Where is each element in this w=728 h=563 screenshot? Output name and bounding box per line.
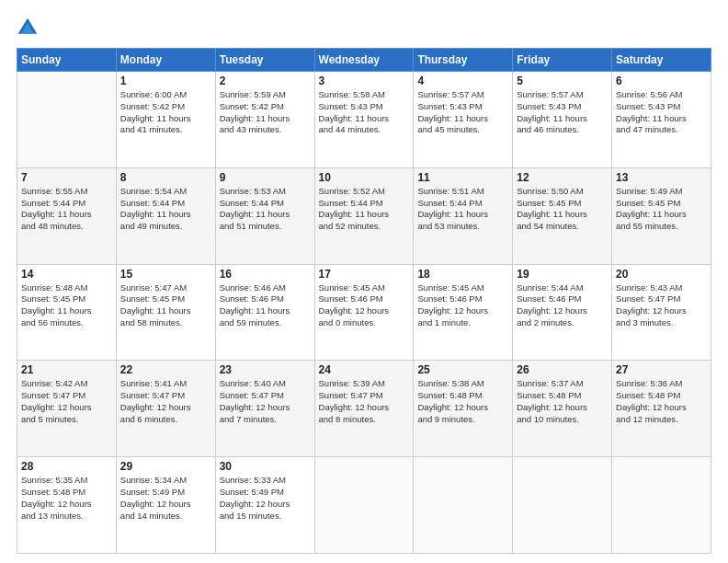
- calendar-cell: [414, 457, 513, 554]
- col-header-thursday: Thursday: [414, 49, 513, 72]
- day-number: 10: [319, 171, 410, 184]
- day-info: Sunrise: 5:43 AMSunset: 5:47 PMDaylight:…: [616, 282, 707, 329]
- day-info: Sunrise: 5:53 AMSunset: 5:44 PMDaylight:…: [220, 186, 311, 233]
- col-header-saturday: Saturday: [612, 49, 711, 72]
- day-number: 11: [417, 171, 508, 184]
- calendar-cell: 1Sunrise: 6:00 AMSunset: 5:42 PMDaylight…: [116, 72, 215, 168]
- calendar-cell: 20Sunrise: 5:43 AMSunset: 5:47 PMDayligh…: [612, 264, 711, 361]
- day-number: 28: [21, 460, 112, 473]
- calendar-cell: 14Sunrise: 5:48 AMSunset: 5:45 PMDayligh…: [17, 264, 117, 361]
- day-info: Sunrise: 5:41 AMSunset: 5:47 PMDaylight:…: [120, 378, 211, 425]
- day-number: 30: [220, 460, 311, 473]
- calendar-cell: 13Sunrise: 5:49 AMSunset: 5:45 PMDayligh…: [612, 167, 711, 264]
- day-number: 17: [319, 268, 410, 281]
- header: [17, 17, 711, 39]
- day-number: 9: [220, 171, 311, 184]
- day-info: Sunrise: 5:51 AMSunset: 5:44 PMDaylight:…: [417, 186, 508, 233]
- day-number: 23: [220, 363, 311, 376]
- calendar-cell: 16Sunrise: 5:46 AMSunset: 5:46 PMDayligh…: [215, 264, 314, 361]
- calendar-cell: 15Sunrise: 5:47 AMSunset: 5:45 PMDayligh…: [116, 264, 215, 361]
- col-header-sunday: Sunday: [17, 49, 117, 72]
- calendar-cell: 5Sunrise: 5:57 AMSunset: 5:43 PMDaylight…: [513, 72, 612, 168]
- day-info: Sunrise: 5:44 AMSunset: 5:46 PMDaylight:…: [517, 282, 608, 329]
- day-number: 12: [517, 171, 608, 184]
- calendar-week-row: 28Sunrise: 5:35 AMSunset: 5:48 PMDayligh…: [17, 457, 711, 554]
- day-info: Sunrise: 5:54 AMSunset: 5:44 PMDaylight:…: [120, 186, 211, 233]
- day-number: 26: [517, 363, 608, 376]
- day-info: Sunrise: 5:56 AMSunset: 5:43 PMDaylight:…: [616, 89, 707, 136]
- calendar-table: SundayMondayTuesdayWednesdayThursdayFrid…: [17, 48, 711, 554]
- day-info: Sunrise: 5:55 AMSunset: 5:44 PMDaylight:…: [21, 186, 112, 233]
- calendar-cell: 2Sunrise: 5:59 AMSunset: 5:42 PMDaylight…: [215, 72, 314, 168]
- day-number: 19: [517, 268, 608, 281]
- day-number: 2: [220, 75, 311, 87]
- calendar-cell: 29Sunrise: 5:34 AMSunset: 5:49 PMDayligh…: [116, 457, 215, 554]
- day-number: 18: [417, 268, 508, 281]
- day-info: Sunrise: 5:45 AMSunset: 5:46 PMDaylight:…: [417, 282, 508, 329]
- day-number: 7: [21, 171, 112, 184]
- calendar-cell: [612, 457, 711, 554]
- day-number: 3: [319, 75, 410, 87]
- calendar-cell: 21Sunrise: 5:42 AMSunset: 5:47 PMDayligh…: [17, 361, 117, 457]
- day-info: Sunrise: 5:59 AMSunset: 5:42 PMDaylight:…: [220, 89, 311, 136]
- day-number: 24: [319, 363, 410, 376]
- calendar-cell: 12Sunrise: 5:50 AMSunset: 5:45 PMDayligh…: [513, 167, 612, 264]
- calendar-week-row: 1Sunrise: 6:00 AMSunset: 5:42 PMDaylight…: [17, 72, 711, 168]
- day-info: Sunrise: 5:49 AMSunset: 5:45 PMDaylight:…: [616, 186, 707, 233]
- day-info: Sunrise: 5:46 AMSunset: 5:46 PMDaylight:…: [220, 282, 311, 329]
- calendar-cell: [17, 72, 117, 168]
- calendar-week-row: 7Sunrise: 5:55 AMSunset: 5:44 PMDaylight…: [17, 167, 711, 264]
- day-number: 20: [616, 268, 707, 281]
- calendar-cell: 10Sunrise: 5:52 AMSunset: 5:44 PMDayligh…: [314, 167, 414, 264]
- calendar-cell: 22Sunrise: 5:41 AMSunset: 5:47 PMDayligh…: [116, 361, 215, 457]
- day-number: 1: [120, 75, 211, 87]
- day-info: Sunrise: 5:39 AMSunset: 5:47 PMDaylight:…: [319, 378, 410, 425]
- day-info: Sunrise: 5:34 AMSunset: 5:49 PMDaylight:…: [120, 475, 211, 522]
- calendar-cell: 27Sunrise: 5:36 AMSunset: 5:48 PMDayligh…: [612, 361, 711, 457]
- day-info: Sunrise: 5:33 AMSunset: 5:49 PMDaylight:…: [220, 475, 311, 522]
- calendar-header-row: SundayMondayTuesdayWednesdayThursdayFrid…: [17, 49, 711, 72]
- day-number: 5: [517, 75, 608, 87]
- day-number: 22: [120, 363, 211, 376]
- day-info: Sunrise: 5:57 AMSunset: 5:43 PMDaylight:…: [517, 89, 608, 136]
- col-header-wednesday: Wednesday: [314, 49, 414, 72]
- calendar-cell: [513, 457, 612, 554]
- col-header-monday: Monday: [116, 49, 215, 72]
- calendar-cell: 9Sunrise: 5:53 AMSunset: 5:44 PMDaylight…: [215, 167, 314, 264]
- day-info: Sunrise: 5:57 AMSunset: 5:43 PMDaylight:…: [417, 89, 508, 136]
- day-info: Sunrise: 5:40 AMSunset: 5:47 PMDaylight:…: [220, 378, 311, 425]
- day-number: 8: [120, 171, 211, 184]
- calendar-cell: 26Sunrise: 5:37 AMSunset: 5:48 PMDayligh…: [513, 361, 612, 457]
- calendar-cell: 4Sunrise: 5:57 AMSunset: 5:43 PMDaylight…: [414, 72, 513, 168]
- col-header-tuesday: Tuesday: [215, 49, 314, 72]
- day-number: 4: [417, 75, 508, 87]
- logo-icon: [17, 17, 39, 39]
- calendar-cell: 25Sunrise: 5:38 AMSunset: 5:48 PMDayligh…: [414, 361, 513, 457]
- day-info: Sunrise: 5:50 AMSunset: 5:45 PMDaylight:…: [517, 186, 608, 233]
- calendar-cell: 17Sunrise: 5:45 AMSunset: 5:46 PMDayligh…: [314, 264, 414, 361]
- calendar-cell: 7Sunrise: 5:55 AMSunset: 5:44 PMDaylight…: [17, 167, 117, 264]
- day-number: 29: [120, 460, 211, 473]
- day-info: Sunrise: 5:36 AMSunset: 5:48 PMDaylight:…: [616, 378, 707, 425]
- calendar-week-row: 14Sunrise: 5:48 AMSunset: 5:45 PMDayligh…: [17, 264, 711, 361]
- calendar-cell: 23Sunrise: 5:40 AMSunset: 5:47 PMDayligh…: [215, 361, 314, 457]
- day-number: 25: [417, 363, 508, 376]
- day-info: Sunrise: 6:00 AMSunset: 5:42 PMDaylight:…: [120, 89, 211, 136]
- day-number: 14: [21, 268, 112, 281]
- logo: [17, 17, 42, 39]
- day-info: Sunrise: 5:48 AMSunset: 5:45 PMDaylight:…: [21, 282, 112, 329]
- col-header-friday: Friday: [513, 49, 612, 72]
- calendar-week-row: 21Sunrise: 5:42 AMSunset: 5:47 PMDayligh…: [17, 361, 711, 457]
- day-info: Sunrise: 5:45 AMSunset: 5:46 PMDaylight:…: [319, 282, 410, 329]
- day-number: 15: [120, 268, 211, 281]
- day-info: Sunrise: 5:35 AMSunset: 5:48 PMDaylight:…: [21, 475, 112, 522]
- day-number: 21: [21, 363, 112, 376]
- day-number: 27: [616, 363, 707, 376]
- day-info: Sunrise: 5:52 AMSunset: 5:44 PMDaylight:…: [319, 186, 410, 233]
- day-info: Sunrise: 5:58 AMSunset: 5:43 PMDaylight:…: [319, 89, 410, 136]
- calendar-cell: 18Sunrise: 5:45 AMSunset: 5:46 PMDayligh…: [414, 264, 513, 361]
- calendar-cell: 28Sunrise: 5:35 AMSunset: 5:48 PMDayligh…: [17, 457, 117, 554]
- day-info: Sunrise: 5:47 AMSunset: 5:45 PMDaylight:…: [120, 282, 211, 329]
- calendar-cell: 19Sunrise: 5:44 AMSunset: 5:46 PMDayligh…: [513, 264, 612, 361]
- calendar-cell: 8Sunrise: 5:54 AMSunset: 5:44 PMDaylight…: [116, 167, 215, 264]
